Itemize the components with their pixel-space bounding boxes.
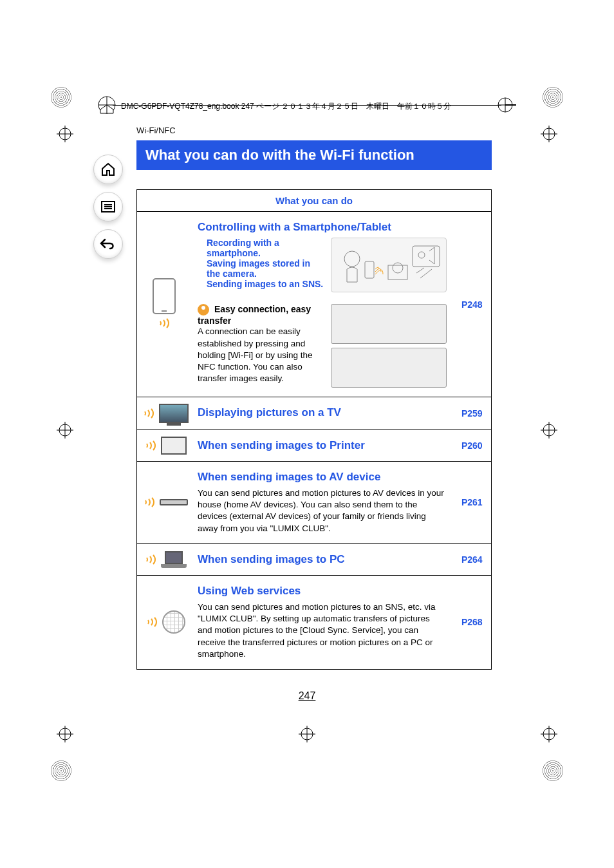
section-label: Wi-Fi/NFC [136, 126, 492, 135]
row-bullet: Recording with a smartphone. [207, 238, 324, 258]
page-link[interactable]: P259 [453, 397, 492, 430]
row-icon-smartphone [137, 212, 192, 397]
registration-mark [541, 422, 557, 439]
registration-mark [541, 126, 557, 142]
registration-mark [57, 726, 73, 742]
page-link[interactable]: P268 [453, 575, 492, 669]
tip-icon [198, 304, 209, 316]
svg-point-38 [418, 252, 425, 258]
registration-mark [57, 422, 73, 439]
row-icon-web [137, 575, 192, 669]
crop-mark-bl [50, 760, 72, 782]
row-icon-printer [137, 430, 192, 462]
row-heading[interactable]: When sending images to Printer [198, 439, 447, 452]
book-icon [97, 95, 117, 117]
home-button[interactable] [93, 155, 123, 184]
illustration-smartphone-control [331, 238, 447, 292]
page-link[interactable]: P248 [453, 212, 492, 397]
registration-mark [299, 726, 315, 742]
section-title: What you can do with the Wi-Fi function [136, 140, 492, 170]
svg-rect-37 [413, 246, 440, 267]
svg-rect-35 [388, 265, 407, 279]
row-icon-pc [137, 543, 192, 575]
contents-button[interactable] [93, 192, 123, 222]
tip-title: Easy connection, easy transfer [198, 304, 311, 326]
row-heading[interactable]: Using Web services [198, 585, 447, 598]
row-icon-av [137, 462, 192, 544]
row-bullet: Saving images stored in the camera. [207, 258, 324, 279]
svg-point-33 [344, 251, 360, 267]
svg-point-36 [393, 263, 403, 273]
page-number: 247 [0, 690, 614, 702]
tip-body: A connection can be easily established b… [198, 326, 324, 384]
row-body: You can send pictures and motion picture… [198, 487, 447, 534]
row-heading[interactable]: Controlling with a Smartphone/Tablet [198, 221, 447, 234]
row-heading[interactable]: When sending images to AV device [198, 471, 447, 484]
row-body: You can send pictures and motion picture… [198, 601, 447, 660]
svg-rect-34 [365, 261, 374, 278]
crop-mark-tl [50, 86, 72, 108]
crop-mark-br [542, 760, 564, 782]
page-link[interactable]: P261 [453, 462, 492, 544]
header-rule [113, 105, 501, 106]
row-heading[interactable]: Displaying pictures on a TV [198, 406, 447, 419]
registration-mark [57, 126, 73, 142]
registration-mark [541, 726, 557, 742]
row-icon-tv [137, 397, 192, 430]
crop-mark-tr [542, 86, 564, 108]
row-bullet: Sending images to an SNS. [207, 279, 324, 289]
arrow-icon [497, 95, 517, 117]
table-header: What you can do [137, 190, 492, 212]
page-link[interactable]: P264 [453, 543, 492, 575]
feature-table: What you can do Controlling with a Smart… [136, 189, 492, 670]
back-button[interactable] [93, 229, 123, 259]
illustration-nfc [331, 304, 447, 388]
page-link[interactable]: P260 [453, 430, 492, 462]
header-filename: DMC-G6PDF-VQT4Z78_eng.book 247 ページ ２０１３年… [121, 101, 451, 112]
row-heading[interactable]: When sending images to PC [198, 553, 447, 566]
